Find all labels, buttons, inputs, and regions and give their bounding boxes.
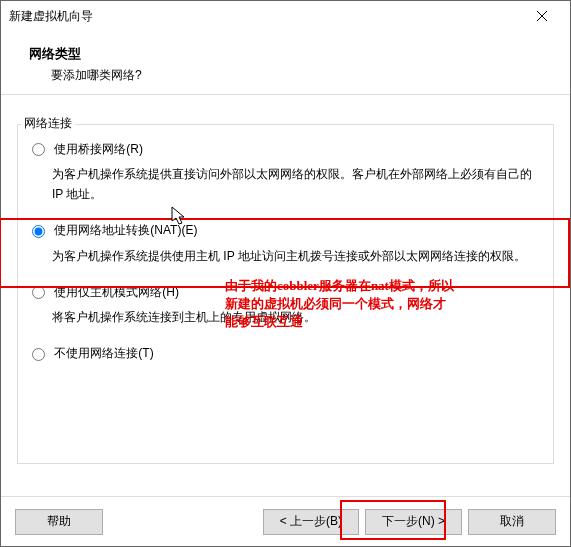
- annotation-line2: 新建的虚拟机必须同一个模式，网络才: [225, 295, 454, 313]
- option-bridged-label: 使用桥接网络(R): [54, 142, 143, 156]
- page-title: 网络类型: [29, 45, 550, 63]
- option-none-label: 不使用网络连接(T): [54, 347, 153, 361]
- wizard-header: 网络类型 要添加哪类网络?: [1, 31, 570, 95]
- annotation-line3: 能够互联互通: [225, 313, 454, 331]
- radio-hostonly[interactable]: [32, 286, 45, 299]
- radio-none[interactable]: [32, 348, 45, 361]
- option-nat-desc: 为客户机操作系统提供使用主机 IP 地址访问主机拨号连接或外部以太网网络连接的权…: [52, 246, 539, 266]
- option-bridged: 使用桥接网络(R) 为客户机操作系统提供直接访问外部以太网网络的权限。客户机在外…: [32, 141, 539, 205]
- fieldset-legend: 网络连接: [21, 115, 75, 132]
- close-button[interactable]: [522, 2, 562, 30]
- footer: 帮助 < 上一步(B) 下一步(N) > 取消: [1, 496, 570, 546]
- radio-bridged[interactable]: [32, 143, 45, 156]
- help-button[interactable]: 帮助: [15, 509, 103, 535]
- wizard-window: 新建虚拟机向导 网络类型 要添加哪类网络? 网络连接 使用桥接网络(R) 为客户…: [0, 0, 571, 547]
- close-icon: [537, 11, 547, 21]
- option-nat-label: 使用网络地址转换(NAT)(E): [54, 224, 197, 238]
- option-hostonly-label: 使用仅主机模式网络(H): [54, 285, 179, 299]
- option-none-label-wrap[interactable]: 不使用网络连接(T): [32, 346, 154, 360]
- back-button[interactable]: < 上一步(B): [263, 509, 359, 535]
- cancel-button[interactable]: 取消: [468, 509, 556, 535]
- option-nat-label-wrap[interactable]: 使用网络地址转换(NAT)(E): [32, 223, 197, 237]
- option-hostonly-label-wrap[interactable]: 使用仅主机模式网络(H): [32, 285, 179, 299]
- option-none: 不使用网络连接(T): [32, 346, 539, 363]
- option-bridged-label-wrap[interactable]: 使用桥接网络(R): [32, 142, 143, 156]
- titlebar: 新建虚拟机向导: [1, 1, 570, 31]
- page-subtitle: 要添加哪类网络?: [29, 67, 550, 84]
- option-nat: 使用网络地址转换(NAT)(E) 为客户机操作系统提供使用主机 IP 地址访问主…: [32, 223, 539, 266]
- radio-nat[interactable]: [32, 225, 45, 238]
- annotation-text: 由于我的cobbler服务器在nat模式，所以 新建的虚拟机必须同一个模式，网络…: [225, 277, 454, 332]
- next-button[interactable]: 下一步(N) >: [365, 509, 462, 535]
- annotation-line1: 由于我的cobbler服务器在nat模式，所以: [225, 277, 454, 295]
- window-title: 新建虚拟机向导: [9, 8, 522, 25]
- option-bridged-desc: 为客户机操作系统提供直接访问外部以太网网络的权限。客户机在外部网络上必须有自己的…: [52, 164, 539, 205]
